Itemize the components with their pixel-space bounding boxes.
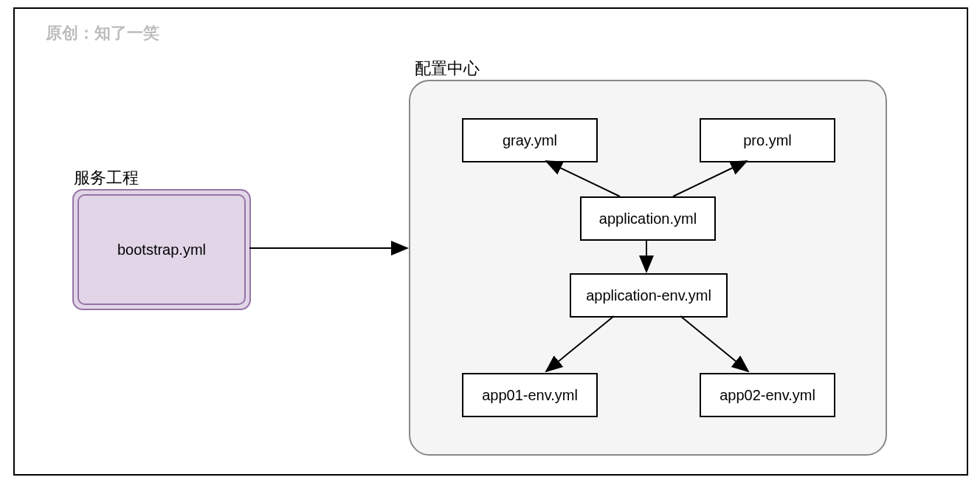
watermark-text: 原创：知了一笑 — [46, 22, 159, 44]
app02-env-node: app02-env.yml — [700, 373, 835, 417]
application-node-label: application.yml — [599, 210, 697, 227]
service-section-title: 服务工程 — [74, 167, 139, 189]
gray-node: gray.yml — [462, 118, 598, 162]
application-env-node: application-env.yml — [570, 273, 728, 318]
pro-node: pro.yml — [700, 118, 835, 162]
gray-node-label: gray.yml — [503, 132, 557, 149]
app01-env-node: app01-env.yml — [462, 373, 598, 417]
application-node: application.yml — [580, 196, 716, 241]
service-box: bootstrap.yml — [72, 189, 251, 310]
application-env-node-label: application-env.yml — [586, 287, 711, 304]
config-section-title: 配置中心 — [415, 58, 480, 80]
app01-env-node-label: app01-env.yml — [482, 387, 578, 404]
bootstrap-node-label: bootstrap.yml — [117, 241, 206, 258]
diagram-canvas: 原创：知了一笑 服务工程 bootstrap.yml 配置中心 gray.yml… — [0, 0, 980, 480]
service-box-inner: bootstrap.yml — [77, 194, 246, 305]
app02-env-node-label: app02-env.yml — [720, 387, 815, 404]
pro-node-label: pro.yml — [743, 132, 792, 149]
